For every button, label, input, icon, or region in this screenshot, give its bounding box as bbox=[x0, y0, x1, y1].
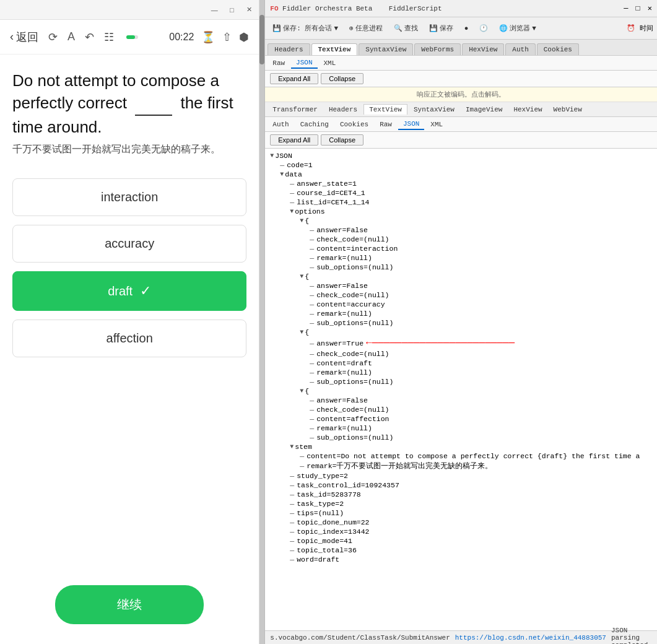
json-tree-line[interactable]: ▼ { bbox=[265, 386, 657, 396]
json-tree-line[interactable]: — word=draft bbox=[265, 555, 657, 564]
json-tree-line[interactable]: — remark=(null) bbox=[265, 309, 657, 318]
json-tree-line[interactable]: — content=Do not attempt to compose a pe… bbox=[265, 451, 657, 461]
tab-syntaxview[interactable]: SyntaxView bbox=[359, 43, 413, 55]
json-tree-line[interactable]: — check_code=(null) bbox=[265, 235, 657, 244]
tab-headers2[interactable]: Headers bbox=[324, 105, 362, 115]
json-tab-cookies[interactable]: Cookies bbox=[335, 120, 373, 129]
back-button[interactable]: ‹ 返回 bbox=[10, 30, 38, 45]
option-affection[interactable]: affection bbox=[12, 320, 246, 357]
tree-toggle-icon[interactable]: ▼ bbox=[270, 152, 274, 159]
tree-toggle-icon[interactable]: ▼ bbox=[300, 329, 303, 336]
tab-hexview[interactable]: HexView bbox=[462, 43, 504, 55]
json-tree-line[interactable]: — remark=千万不要试图一开始就写出完美无缺的稿子来。 bbox=[265, 461, 657, 471]
tree-toggle-icon[interactable]: ▼ bbox=[300, 388, 303, 394]
subtab-raw[interactable]: Raw bbox=[268, 58, 290, 68]
json-tree-line[interactable]: — topic_total=36 bbox=[265, 546, 657, 555]
tree-toggle-icon[interactable]: ▼ bbox=[290, 443, 294, 450]
subtab-xml[interactable]: XML bbox=[319, 58, 341, 68]
json-tree-line[interactable]: — tips=(null) bbox=[265, 508, 657, 518]
bookmark-icon[interactable]: ⬢ bbox=[239, 30, 249, 44]
option-draft[interactable]: draft ✓ bbox=[12, 271, 246, 311]
json-tree-line[interactable]: — sub_options=(null) bbox=[265, 318, 657, 328]
option-interaction[interactable]: interaction bbox=[12, 178, 246, 216]
close-button[interactable]: ✕ bbox=[245, 6, 253, 14]
tab-cookies[interactable]: Cookies bbox=[537, 43, 579, 55]
tab-imageview[interactable]: ImageView bbox=[461, 105, 507, 115]
option-accuracy[interactable]: accuracy bbox=[12, 225, 246, 263]
expand-all-button[interactable]: Expand All bbox=[270, 73, 318, 84]
response-encoded-msg[interactable]: 响应正文被编码。点击解码。 bbox=[265, 87, 657, 102]
json-tree-line[interactable]: — sub_options=(null) bbox=[265, 263, 657, 272]
tab-auth[interactable]: Auth bbox=[505, 43, 535, 55]
fiddler-close[interactable]: ✕ bbox=[648, 4, 652, 13]
json-tree-line[interactable]: — sub_options=(null) bbox=[265, 377, 657, 386]
json-tree-line[interactable]: — remark=(null) bbox=[265, 253, 657, 263]
continue-button[interactable]: 继续 bbox=[55, 585, 204, 624]
json-tree-line[interactable]: ▼ { bbox=[265, 272, 657, 281]
json-tree-line[interactable]: — content=draft bbox=[265, 359, 657, 368]
json-tree-line[interactable]: ▼ { bbox=[265, 328, 657, 337]
json-tree-line[interactable]: — content=interaction bbox=[265, 244, 657, 253]
tab-hexview2[interactable]: HexView bbox=[508, 105, 547, 115]
history-icon[interactable]: ☷ bbox=[104, 30, 114, 44]
toolbar-save[interactable]: 💾 保存 bbox=[425, 22, 457, 34]
json-tree-line[interactable]: — remark=(null) bbox=[265, 424, 657, 433]
json-tree-line[interactable]: — list_id=CET4_1_14 bbox=[265, 198, 657, 207]
json-tree-line[interactable]: — check_code=(null) bbox=[265, 290, 657, 300]
tab-webforms[interactable]: WebForms bbox=[414, 43, 461, 55]
fiddler-minimize[interactable]: — bbox=[624, 4, 628, 13]
timer-icon[interactable]: ⏳ bbox=[201, 30, 215, 44]
collapse-button[interactable]: Collapse bbox=[321, 73, 363, 84]
json-tree-line[interactable]: ▼ data bbox=[265, 170, 657, 179]
json-tree-line[interactable]: — check_code=(null) bbox=[265, 405, 657, 414]
tab-transformer[interactable]: Transformer bbox=[268, 105, 323, 115]
json-tab-caching[interactable]: Caching bbox=[295, 120, 334, 129]
fiddler-maximize[interactable]: □ bbox=[636, 4, 640, 13]
json-tree-line[interactable]: — task_type=2 bbox=[265, 499, 657, 508]
json-tree-line[interactable]: — answer=True ←———————————————————————— bbox=[265, 337, 657, 349]
tab-syntaxview2[interactable]: SyntaxView bbox=[409, 105, 459, 115]
toolbar-decode[interactable]: 🕐 bbox=[476, 23, 492, 33]
json-tree-line[interactable]: — answer=False bbox=[265, 225, 657, 235]
json-tab-xml[interactable]: XML bbox=[425, 120, 448, 129]
json-tab-auth[interactable]: Auth bbox=[268, 120, 294, 129]
toolbar-streaming[interactable]: ● bbox=[461, 24, 472, 33]
json-tree-line[interactable]: — answer=False bbox=[265, 396, 657, 405]
tab-webview[interactable]: WebView bbox=[549, 105, 587, 115]
json-tree-line[interactable]: — task_control_id=10924357 bbox=[265, 481, 657, 490]
json-tree-line[interactable]: — answer_state=1 bbox=[265, 179, 657, 188]
json-tree-line[interactable]: — remark=(null) bbox=[265, 368, 657, 377]
font-icon[interactable]: A bbox=[67, 30, 75, 44]
json-tree-line[interactable]: ▼ { bbox=[265, 216, 657, 225]
maximize-button[interactable]: □ bbox=[228, 6, 235, 14]
json-tree-line[interactable]: — course_id=CET4_1 bbox=[265, 188, 657, 198]
json-tree-line[interactable]: ▼ JSON bbox=[265, 151, 657, 160]
json-tree-line[interactable]: — sub_options=(null) bbox=[265, 433, 657, 442]
json-tree-line[interactable]: — content=affection bbox=[265, 414, 657, 424]
json-tree-line[interactable]: — topic_done_num=22 bbox=[265, 518, 657, 527]
scroll-thumb[interactable] bbox=[259, 15, 264, 64]
toolbar-any-process[interactable]: ⊕ 任意进程 bbox=[346, 22, 386, 34]
json-tree-line[interactable]: ▼ stem bbox=[265, 442, 657, 451]
json-tab-raw[interactable]: Raw bbox=[375, 120, 397, 129]
json-tab-json[interactable]: JSON bbox=[398, 119, 424, 130]
json-tree-line[interactable]: — study_type=2 bbox=[265, 471, 657, 481]
toolbar-find[interactable]: 🔍 查找 bbox=[390, 22, 422, 34]
share-icon[interactable]: ⇧ bbox=[222, 30, 232, 44]
json-tree-line[interactable]: — code=1 bbox=[265, 160, 657, 170]
collapse-button2[interactable]: Collapse bbox=[321, 134, 363, 146]
json-tree-line[interactable]: — topic_index=13442 bbox=[265, 527, 657, 536]
json-tree-line[interactable]: — answer=False bbox=[265, 281, 657, 290]
undo-icon[interactable]: ↶ bbox=[85, 30, 94, 44]
tab-textview[interactable]: TextView bbox=[311, 43, 358, 55]
expand-all-button2[interactable]: Expand All bbox=[270, 134, 318, 146]
minimize-button[interactable]: — bbox=[211, 6, 218, 14]
toolbar-save-all[interactable]: 💾 保存: 所有会话 ▼ bbox=[269, 22, 342, 34]
tab-headers[interactable]: Headers bbox=[268, 43, 310, 55]
refresh-icon[interactable]: ⟳ bbox=[48, 30, 58, 44]
tree-toggle-icon[interactable]: ▼ bbox=[280, 171, 284, 178]
tab-textview2[interactable]: TextView bbox=[363, 104, 407, 115]
tree-toggle-icon[interactable]: ▼ bbox=[290, 208, 294, 215]
json-tree-line[interactable]: — task_id=5283778 bbox=[265, 490, 657, 499]
json-tree-line[interactable]: — content=accuracy bbox=[265, 300, 657, 309]
